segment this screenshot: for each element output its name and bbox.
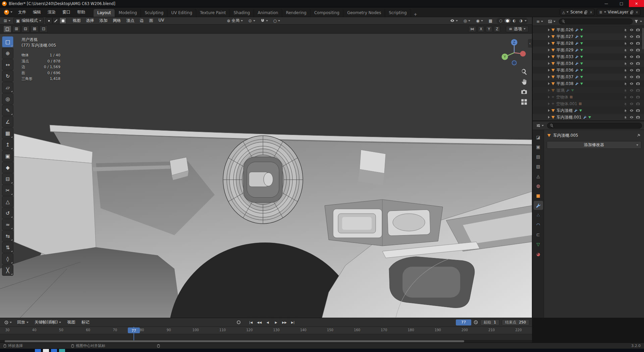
menu-item[interactable]: 文件 [15,8,29,16]
hide-render-icon[interactable] [636,48,640,52]
expand-icon[interactable] [548,35,550,38]
workspace-tab[interactable]: Sculpting [141,9,167,17]
selected-vent-wireframe[interactable] [223,136,303,224]
expand-icon[interactable] [548,116,550,119]
mode-subtract[interactable]: ⊟ [21,26,30,33]
outliner-row[interactable]: 车内顶棚 [533,107,644,114]
properties-editor-type-button[interactable] [535,123,545,129]
add-modifier-button[interactable]: 添加修改器 [547,141,641,149]
timeline-scrollbar[interactable] [0,340,532,343]
loop-cut[interactable]: ⊟ [2,173,13,184]
hide-viewport-icon[interactable] [630,28,634,32]
outliner-row[interactable]: 平面.036 [533,67,644,74]
taskbar-icon[interactable] [51,349,57,352]
hide-viewport-icon[interactable] [630,115,634,119]
timeline-track-area[interactable] [0,334,532,340]
mode-intersect[interactable]: ⊡ [40,26,48,33]
hide-render-icon[interactable] [636,35,640,39]
prev-keyframe[interactable]: ◀◀ [256,319,263,325]
cursor[interactable]: ⊕ [2,48,13,59]
axis-negz-handle[interactable] [512,61,517,65]
expand-icon[interactable] [548,55,550,58]
overlays-dropdown[interactable]: ◉ [474,18,484,24]
extrude-region[interactable]: ↥ [2,139,13,150]
object-name[interactable]: 平面.034 [556,61,574,67]
selectable-icon[interactable] [624,55,627,58]
mode-set[interactable]: □ [3,26,11,33]
shrink-fatten[interactable]: ⇅ [2,242,13,253]
expand-icon[interactable] [548,29,550,31]
play[interactable]: ▶ [272,319,280,325]
render[interactable]: ▣ [534,142,543,151]
viewport-menu-item[interactable]: 顶点 [123,18,137,24]
select-box[interactable]: □ [2,36,13,47]
hide-render-icon[interactable] [636,41,640,45]
minimize-button[interactable]: — [599,0,614,7]
mode-extend[interactable]: ⊞ [12,26,20,33]
nav-gizmo[interactable]: Z Y [499,38,529,68]
selectable-icon[interactable] [624,49,627,52]
current-frame-field[interactable]: 77 [456,319,471,325]
expand-icon[interactable] [548,42,550,45]
hide-viewport-icon[interactable] [630,48,634,52]
outliner-search[interactable] [559,18,633,25]
zoom-button[interactable] [521,69,527,75]
object-name[interactable]: 空物体.001 [556,101,577,107]
taskbar-icon[interactable] [59,349,65,352]
selectable-icon[interactable] [624,29,627,32]
outliner-row[interactable]: 空物体.001 [533,100,644,107]
filter-caret[interactable] [640,21,642,22]
object-name[interactable]: 平面.037 [556,74,574,80]
next-keyframe[interactable]: ▶▶ [281,319,288,325]
tool[interactable]: ◪ [534,133,543,142]
hide-viewport-icon[interactable] [630,35,634,39]
hide-render-icon[interactable] [636,28,640,32]
viewport-menu-item[interactable]: 面 [146,18,156,24]
viewport-menu-item[interactable]: 选择 [83,18,97,24]
object-data[interactable]: ▽ [534,240,543,249]
viewport-menu-item[interactable]: 添加 [97,18,110,24]
timeline-menu-item[interactable]: 关键帧(插帧) [32,319,63,325]
viewport-menu-item[interactable]: UV [156,18,167,24]
inset-faces[interactable]: ▣ [2,150,13,162]
edge-slide[interactable]: ⇆ [2,230,13,241]
rotate[interactable]: ↻ [2,71,13,82]
maximize-button[interactable]: □ [614,0,629,7]
axis-button[interactable]: Z [494,26,500,32]
options-dropdown[interactable]: ≡ 选项 [506,26,529,32]
properties-search[interactable] [547,123,642,129]
editor-type-button[interactable]: ⊞ [2,18,12,24]
physics[interactable]: ◠ [534,220,543,229]
viewport-menu-item[interactable]: 视图 [70,18,83,24]
hide-render-icon[interactable] [636,88,640,92]
object-name[interactable]: 平面.033 [556,54,574,60]
object-name[interactable]: 平面.038 [556,81,574,87]
shading-options-caret[interactable] [525,20,527,21]
menu-item[interactable]: 渲染 [45,8,59,16]
add-workspace-button[interactable]: + [411,12,420,17]
object-name[interactable]: 空物体 [556,94,568,100]
expand-icon[interactable] [548,89,550,92]
outliner-row[interactable]: 平面.027 [533,33,644,40]
selectable-icon[interactable] [624,96,627,99]
hide-render-icon[interactable] [636,75,640,79]
selectable-icon[interactable] [624,82,627,85]
taskbar-icon[interactable] [35,349,41,352]
xray-toggle[interactable]: ▩ [487,18,494,24]
object-name[interactable]: 车内顶棚 [556,108,573,114]
hide-viewport-icon[interactable] [630,88,634,92]
outliner-row[interactable]: 平面.037 [533,74,644,80]
preview-range-toggle[interactable] [474,320,478,324]
wireframe[interactable]: ○ [498,18,504,23]
hide-viewport-icon[interactable] [630,55,634,59]
auto-key-toggle[interactable] [235,319,241,325]
add-cube[interactable]: ▦ [2,128,13,139]
end-frame-field[interactable]: 结束点250 [502,319,529,325]
jump-start[interactable]: |◀ [247,319,255,325]
3d-scene[interactable] [0,34,532,318]
object[interactable]: ■ [534,191,543,200]
selectable-icon[interactable] [624,116,627,119]
object-name[interactable]: 玻璃 [556,88,565,93]
timeline-menu-item[interactable]: 回放 [15,319,31,325]
view-layer[interactable]: ▧ [534,162,543,171]
